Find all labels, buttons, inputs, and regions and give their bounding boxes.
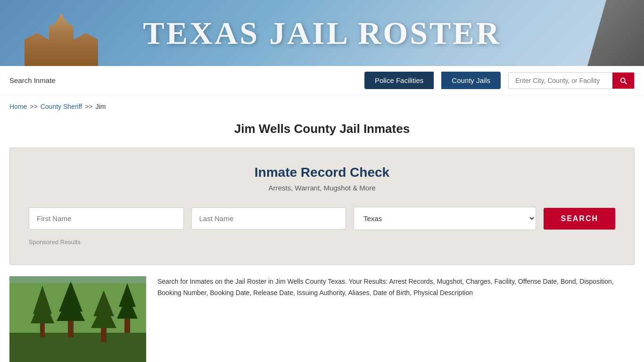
facility-search-input[interactable] <box>509 73 612 88</box>
facility-search-button[interactable] <box>612 73 634 89</box>
breadcrumb-county-sheriff[interactable]: County Sheriff <box>41 103 82 110</box>
tree-illustration <box>9 276 146 362</box>
capitol-image <box>0 0 123 66</box>
state-select[interactable]: AlabamaAlaskaArizonaArkansasCaliforniaCo… <box>354 207 536 230</box>
svg-rect-1 <box>9 333 146 362</box>
banner-title: Texas Jail Roster <box>143 15 501 52</box>
first-name-input[interactable] <box>29 207 184 230</box>
record-search-button[interactable]: SEARCH <box>544 208 615 230</box>
record-check-title: Inmate Record Check <box>29 165 615 180</box>
breadcrumb-sep-1: >> <box>30 103 37 110</box>
breadcrumb: Home >> County Sheriff >> Jim <box>0 95 644 114</box>
record-check-form: AlabamaAlaskaArizonaArkansasCaliforniaCo… <box>29 207 615 230</box>
nav-bar: Search Inmate Police Facilities County J… <box>0 66 644 95</box>
keys-image <box>550 0 644 66</box>
search-icon <box>619 76 627 85</box>
bottom-section: Search for Inmates on the Jail Roster in… <box>0 276 644 362</box>
svg-rect-13 <box>124 319 130 333</box>
police-facilities-button[interactable]: Police Facilities <box>364 72 434 89</box>
record-check-box: Inmate Record Check Arrests, Warrant, Mu… <box>9 148 635 265</box>
header-banner: Texas Jail Roster <box>0 0 644 66</box>
facility-search-wrap <box>508 72 635 89</box>
bottom-image <box>9 276 146 362</box>
last-name-input[interactable] <box>191 207 347 230</box>
breadcrumb-current: Jim <box>96 103 106 110</box>
svg-rect-7 <box>68 321 74 337</box>
breadcrumb-sep-2: >> <box>85 103 92 110</box>
svg-rect-4 <box>40 323 45 337</box>
county-jails-button[interactable]: County Jails <box>441 72 501 89</box>
record-check-subtitle: Arrests, Warrant, Mugshot & More <box>29 184 615 192</box>
svg-rect-10 <box>101 328 107 342</box>
breadcrumb-home[interactable]: Home <box>9 103 27 110</box>
svg-rect-14 <box>9 276 146 283</box>
sponsored-results-label: Sponsored Results <box>29 239 615 246</box>
page-title: Jim Wells County Jail Inmates <box>0 114 644 148</box>
search-inmate-label: Search Inmate <box>9 76 56 84</box>
bottom-description: Search for Inmates on the Jail Roster in… <box>157 276 635 299</box>
